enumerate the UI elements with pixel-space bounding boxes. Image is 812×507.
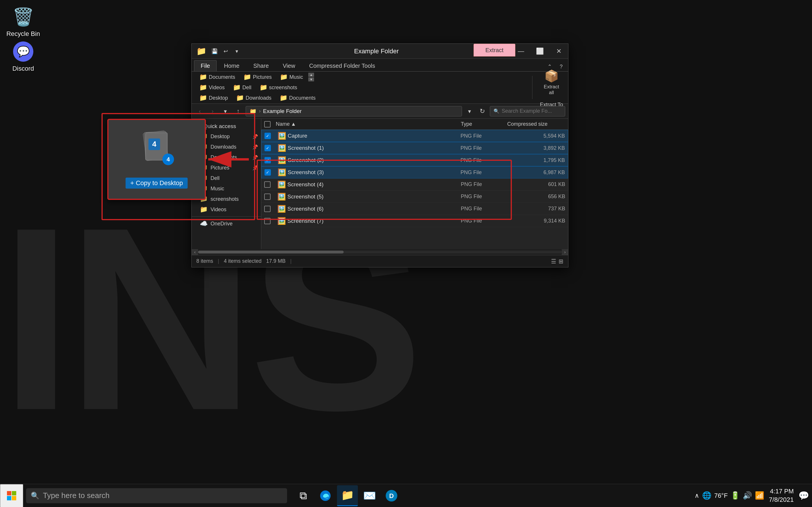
tray-expand-icon[interactable]: ∧ bbox=[695, 492, 699, 500]
tab-compressed-folder-tools[interactable]: Compressed Folder Tools bbox=[302, 60, 382, 71]
taskbar-search-placeholder: Type here to search bbox=[43, 491, 110, 500]
search-box[interactable]: 🔍 bbox=[490, 106, 565, 116]
col-header-name[interactable]: Name ▲ bbox=[276, 121, 461, 127]
file-row-screenshot7[interactable]: 🖼️ Screenshot (7) PNG File 9,314 KB bbox=[261, 215, 568, 227]
file-row-screenshot3[interactable]: 🖼️ Screenshot (3) PNG File 6,987 KB bbox=[261, 166, 568, 178]
col-header-size[interactable]: Compressed size bbox=[507, 121, 565, 127]
onedrive-icon: ☁️ bbox=[200, 220, 208, 227]
back-button[interactable]: ‹ bbox=[195, 106, 205, 116]
ribbon-help-button[interactable]: ? bbox=[557, 62, 566, 71]
start-button[interactable] bbox=[0, 484, 23, 507]
qat-undo-button[interactable]: ↩ bbox=[221, 47, 230, 56]
address-dropdown-button[interactable]: ▾ bbox=[464, 106, 475, 116]
scroll-right-button[interactable]: › bbox=[562, 249, 568, 255]
tab-extract-label[interactable]: Extract bbox=[473, 44, 515, 56]
ribbon-collapse-button[interactable]: ⌃ bbox=[545, 62, 554, 71]
file-size-screenshot1: 3,892 KB bbox=[507, 145, 565, 151]
close-button[interactable]: ✕ bbox=[549, 44, 568, 59]
file-name-capture: Capture bbox=[288, 133, 460, 139]
checkbox-screenshot5[interactable] bbox=[264, 193, 270, 200]
ribbon-places-row3: 📁 Desktop 📁 Downloads 📁 Documents bbox=[196, 93, 525, 103]
scroll-left-button[interactable]: ‹ bbox=[192, 249, 198, 255]
taskbar-search-box[interactable]: 🔍 Type here to search bbox=[26, 488, 287, 503]
places-scroll-down[interactable]: ▼ bbox=[308, 77, 314, 81]
file-row-screenshot1[interactable]: 🖼️ Screenshot (1) PNG File 3,892 KB bbox=[261, 142, 568, 154]
taskbar-clock[interactable]: 4:17 PM 7/8/2021 bbox=[769, 487, 794, 504]
horizontal-scrollbar[interactable]: ‹ › bbox=[192, 249, 568, 255]
status-items: 8 items bbox=[196, 258, 213, 264]
file-list-header: Name ▲ Type Compressed size bbox=[261, 119, 568, 130]
checkbox-screenshot1[interactable] bbox=[264, 145, 271, 151]
up-button[interactable]: ↑ bbox=[233, 106, 243, 116]
place-screenshots[interactable]: 📁 screenshots bbox=[257, 83, 300, 92]
file-icon-screenshot6: 🖼️ bbox=[276, 205, 288, 213]
taskbar-dell[interactable]: D bbox=[381, 485, 402, 506]
taskbar-explorer[interactable]: 📁 bbox=[337, 485, 358, 506]
file-row-screenshot6[interactable]: 🖼️ Screenshot (6) PNG File 737 KB bbox=[261, 203, 568, 215]
place-music[interactable]: 📁 Music bbox=[277, 72, 306, 82]
list-view-button[interactable]: ☰ bbox=[551, 258, 556, 265]
recent-locations-button[interactable]: ▾ bbox=[220, 106, 231, 116]
taskbar-taskview[interactable]: ⧉ bbox=[293, 485, 314, 506]
maximize-button[interactable]: ⬜ bbox=[530, 44, 549, 59]
file-name-screenshot1: Screenshot (1) bbox=[288, 145, 460, 151]
checkbox-screenshot3[interactable] bbox=[264, 169, 271, 176]
tab-home[interactable]: Home bbox=[217, 60, 246, 71]
qat-save-button[interactable]: 💾 bbox=[210, 47, 219, 56]
tray-battery-icon: 🔋 bbox=[730, 491, 740, 500]
place-documents[interactable]: 📁 Documents bbox=[196, 72, 238, 82]
place-desktop-ribbon[interactable]: 📁 Desktop bbox=[196, 93, 231, 103]
scrollbar-thumb[interactable] bbox=[198, 250, 344, 253]
file-name-screenshot2: Screenshot (2) bbox=[288, 157, 460, 163]
status-selected: 4 items selected bbox=[224, 258, 262, 264]
recycle-bin-desktop-icon[interactable]: 🗑️ Recycle Bin bbox=[3, 3, 44, 40]
file-name-screenshot5: Screenshot (5) bbox=[288, 193, 461, 200]
extract-all-button[interactable]: 📦 Extract all bbox=[540, 67, 563, 98]
details-view-button[interactable]: ⊞ bbox=[559, 258, 563, 265]
tray-temperature: 76°F bbox=[714, 492, 728, 500]
file-row-capture[interactable]: 🖼️ Capture PNG File 5,594 KB bbox=[261, 130, 568, 142]
clock-date: 7/8/2021 bbox=[769, 496, 794, 504]
tab-view[interactable]: View bbox=[276, 60, 302, 71]
taskbar-mail[interactable]: ✉️ bbox=[359, 485, 380, 506]
tab-file[interactable]: File bbox=[194, 60, 217, 71]
taskbar-edge[interactable] bbox=[315, 485, 336, 506]
select-all-checkbox[interactable] bbox=[264, 121, 270, 127]
svg-text:4: 4 bbox=[152, 139, 157, 148]
file-size-screenshot6: 737 KB bbox=[507, 206, 565, 212]
forward-button[interactable]: › bbox=[207, 106, 218, 116]
drag-preview-icon: 4 4 bbox=[139, 130, 174, 175]
place-videos[interactable]: 📁 Videos bbox=[196, 83, 227, 92]
tray-speaker-icon: 🔊 bbox=[743, 491, 752, 500]
file-row-screenshot2[interactable]: 🖼️ Screenshot (2) PNG File 1,795 KB bbox=[261, 154, 568, 166]
file-row-screenshot4[interactable]: 🖼️ Screenshot (4) PNG File 601 KB bbox=[261, 178, 568, 191]
address-path[interactable]: 📁 › Example Folder bbox=[246, 106, 462, 116]
place-dell[interactable]: 📁 Dell bbox=[230, 83, 254, 92]
ribbon-content: 📁 Documents 📁 Pictures 📁 Music ▲ bbox=[192, 71, 568, 103]
places-scroll-up[interactable]: ▲ bbox=[308, 73, 314, 77]
scrollbar-track[interactable] bbox=[198, 250, 562, 253]
checkbox-capture[interactable] bbox=[264, 133, 271, 139]
checkbox-screenshot2[interactable] bbox=[264, 157, 271, 163]
place-documents2-ribbon[interactable]: 📁 Documents bbox=[277, 93, 318, 103]
ribbon-places-row2: 📁 Videos 📁 Dell 📁 screenshots bbox=[196, 83, 525, 92]
checkbox-screenshot6[interactable] bbox=[264, 206, 270, 212]
notification-icon[interactable]: 💬 bbox=[798, 491, 809, 501]
tab-share[interactable]: Share bbox=[247, 60, 275, 71]
drag-preview-label: + Copy to Desktop bbox=[125, 178, 188, 188]
qat-dropdown-button[interactable]: ▾ bbox=[232, 47, 241, 56]
nav-item-videos[interactable]: 📁 Videos bbox=[192, 204, 261, 215]
checkbox-screenshot7[interactable] bbox=[264, 218, 270, 224]
file-icon-capture: 🖼️ bbox=[276, 132, 288, 140]
col-header-type[interactable]: Type bbox=[461, 121, 507, 127]
file-icon-screenshot1: 🖼️ bbox=[276, 144, 288, 152]
nav-item-onedrive[interactable]: ☁️ OneDrive bbox=[192, 218, 261, 229]
place-downloads-ribbon[interactable]: 📁 Downloads bbox=[233, 93, 274, 103]
discord-desktop-icon[interactable]: 💬 Discord bbox=[3, 38, 44, 75]
file-row-screenshot5[interactable]: 🖼️ Screenshot (5) PNG File 656 KB bbox=[261, 191, 568, 203]
search-input[interactable] bbox=[502, 108, 561, 114]
place-pictures[interactable]: 📁 Pictures bbox=[240, 72, 274, 82]
refresh-button[interactable]: ↻ bbox=[477, 106, 488, 116]
file-size-screenshot5: 656 KB bbox=[507, 193, 565, 200]
checkbox-screenshot4[interactable] bbox=[264, 181, 270, 188]
